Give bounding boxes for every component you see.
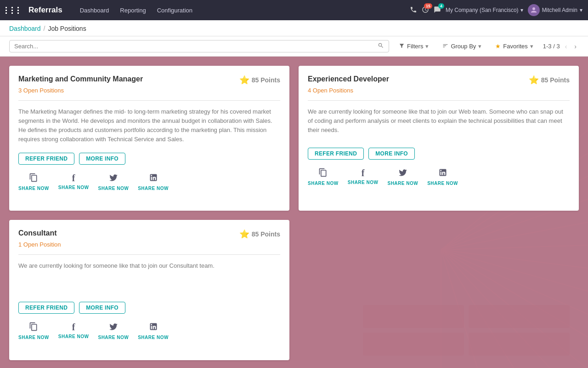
filter-icon (399, 43, 405, 50)
group-by-chevron-icon: ▾ (478, 43, 481, 50)
job-open-positions-1: 4 Open Positions (308, 87, 570, 94)
clock-icon[interactable]: 15 (422, 6, 429, 15)
nav-dashboard[interactable]: Dashboard (75, 4, 114, 17)
phone-icon[interactable] (410, 6, 417, 15)
search-input[interactable] (14, 43, 375, 50)
job-card-1: Experienced Developer ⭐ 85 Points 4 Open… (299, 66, 579, 211)
search-filter-row: Filters ▾ Group By ▾ ★ Favorites ▾ 1-3 /… (0, 36, 588, 57)
job-open-positions-2: 1 Open Position (18, 241, 280, 248)
pagination-text: 1-3 / 3 (543, 43, 560, 50)
apps-menu-icon[interactable] (6, 7, 22, 14)
facebook-icon-0: f (72, 173, 75, 184)
share-twitter-0[interactable]: SHARE NOW (98, 173, 129, 191)
facebook-icon-2: f (72, 322, 75, 333)
share-twitter-label-2: SHARE NOW (98, 335, 129, 340)
share-facebook-label-0: SHARE NOW (58, 185, 89, 190)
user-selector[interactable]: Mitchell Admin ▾ (528, 4, 582, 16)
breadcrumb-dashboard[interactable]: Dashboard (9, 25, 41, 32)
group-by-button[interactable]: Group By ▾ (438, 40, 486, 52)
nav-links: Dashboard Reporting Configuration (75, 4, 410, 17)
filters-button[interactable]: Filters ▾ (395, 40, 433, 52)
twitter-icon-2 (109, 322, 118, 334)
open-count-1: 4 (308, 87, 311, 94)
card-header-2: Consultant ⭐ 85 Points (18, 229, 280, 239)
chat-icon[interactable]: 4 (434, 6, 441, 15)
more-info-button-1[interactable]: MORE INFO (368, 148, 415, 160)
twitter-icon-1 (398, 168, 407, 179)
share-link-label-2: SHARE NOW (18, 335, 49, 340)
share-facebook-label-1: SHARE NOW (348, 180, 379, 185)
points-value-1: 85 Points (541, 76, 570, 84)
favorites-button[interactable]: ★ Favorites ▾ (491, 40, 537, 52)
share-linkedin-label-0: SHARE NOW (138, 186, 169, 191)
share-linkedin-2[interactable]: SHARE NOW (138, 322, 169, 340)
share-linkedin-0[interactable]: SHARE NOW (138, 173, 169, 191)
breadcrumb-separator: / (44, 25, 45, 32)
star-icon: ★ (495, 43, 501, 50)
share-row-1: SHARE NOW f SHARE NOW SHARE NOW SHAR (308, 168, 570, 186)
pagination-prev[interactable]: ‹ (563, 42, 570, 51)
card-actions-1: REFER FRIEND MORE INFO (308, 148, 570, 160)
share-facebook-0[interactable]: f SHARE NOW (58, 173, 89, 191)
search-box (9, 40, 389, 52)
share-link-icon-0 (29, 173, 38, 184)
share-link-icon-2 (29, 322, 38, 334)
subheader: Dashboard / Job Positions (0, 20, 588, 36)
card-points-2: ⭐ 85 Points (239, 229, 280, 239)
share-link-2[interactable]: SHARE NOW (18, 322, 49, 340)
svg-point-0 (532, 7, 535, 10)
share-linkedin-1[interactable]: SHARE NOW (427, 168, 458, 186)
share-facebook-1[interactable]: f SHARE NOW (348, 168, 379, 186)
company-selector[interactable]: My Company (San Francisco) ▾ (446, 7, 523, 13)
chat-badge: 4 (438, 3, 444, 9)
points-star-icon-1: ⭐ (529, 75, 539, 85)
job-title-0: Marketing and Community Manager (18, 75, 143, 83)
job-description-0: The Marketing Manager defines the mid- t… (18, 107, 280, 144)
points-star-icon-0: ⭐ (239, 75, 249, 85)
open-count-2: 1 (18, 241, 22, 248)
refer-friend-button-2[interactable]: REFER FRIEND (18, 302, 74, 314)
group-by-icon (442, 43, 448, 50)
app-logo: Referrals (28, 6, 62, 15)
breadcrumb-current: Job Positions (48, 25, 86, 32)
share-row-2: SHARE NOW f SHARE NOW SHARE NOW SHAR (18, 322, 280, 340)
group-by-label: Group By (451, 43, 476, 50)
company-chevron-icon: ▾ (520, 7, 523, 13)
card-actions-0: REFER FRIEND MORE INFO (18, 153, 280, 165)
facebook-icon-1: f (362, 168, 365, 178)
pagination-next[interactable]: › (572, 42, 579, 51)
pagination-area: 1-3 / 3 ‹ › (543, 42, 579, 51)
share-facebook-2[interactable]: f SHARE NOW (58, 322, 89, 340)
card-points-0: ⭐ 85 Points (239, 75, 280, 85)
nav-configuration[interactable]: Configuration (153, 4, 197, 17)
user-name: Mitchell Admin (542, 7, 577, 13)
refer-friend-button-1[interactable]: REFER FRIEND (308, 148, 364, 160)
filters-label: Filters (407, 43, 423, 50)
more-info-button-2[interactable]: MORE INFO (79, 302, 125, 314)
job-description-1: We are currently looking for someone lik… (308, 107, 570, 139)
nav-reporting[interactable]: Reporting (115, 4, 150, 17)
share-row-0: SHARE NOW f SHARE NOW SHARE NOW SHAR (18, 173, 280, 191)
refer-friend-button-0[interactable]: REFER FRIEND (18, 153, 74, 165)
job-cards-grid: Marketing and Community Manager ⭐ 85 Poi… (0, 57, 588, 368)
share-link-0[interactable]: SHARE NOW (18, 173, 49, 191)
search-icon (378, 42, 384, 50)
share-link-1[interactable]: SHARE NOW (308, 168, 339, 186)
job-card-2: Consultant ⭐ 85 Points 1 Open Position W… (9, 220, 289, 360)
points-value-0: 85 Points (252, 76, 280, 84)
more-info-button-0[interactable]: MORE INFO (79, 153, 125, 165)
top-navigation: Referrals Dashboard Reporting Configurat… (0, 0, 588, 20)
card-divider-1 (308, 100, 570, 101)
user-avatar (528, 4, 540, 16)
clock-badge: 15 (424, 3, 432, 9)
favorites-label: Favorites (503, 43, 527, 50)
share-twitter-1[interactable]: SHARE NOW (387, 168, 418, 186)
linkedin-icon-0 (149, 173, 158, 184)
filters-chevron-icon: ▾ (425, 43, 429, 50)
share-linkedin-label-2: SHARE NOW (138, 335, 169, 340)
share-twitter-2[interactable]: SHARE NOW (98, 322, 129, 340)
job-open-positions-0: 3 Open Positions (18, 87, 280, 94)
share-twitter-label-0: SHARE NOW (98, 186, 129, 191)
user-chevron-icon: ▾ (580, 7, 582, 13)
share-twitter-label-1: SHARE NOW (387, 181, 418, 186)
